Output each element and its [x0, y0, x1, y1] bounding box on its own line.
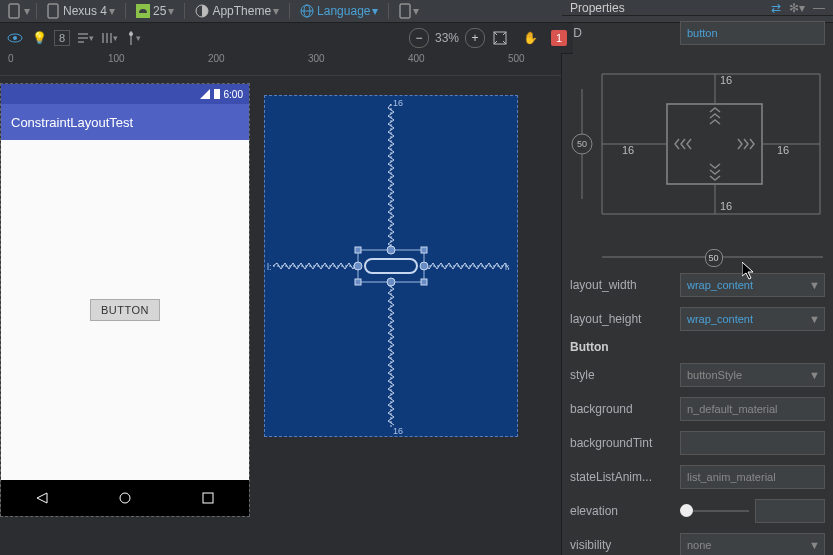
svg-point-20 [120, 493, 130, 503]
distribute-icon[interactable]: ▾ [100, 29, 118, 47]
horizontal-ruler: 0 100 200 300 400 500 [0, 53, 561, 76]
elevation-label: elevation [570, 504, 680, 518]
style-field[interactable]: buttonStyle▼ [680, 363, 825, 387]
device-content[interactable]: BUTTON [1, 140, 249, 480]
layout-height-field[interactable]: wrap_content▼ [680, 307, 825, 331]
id-label: ID [570, 26, 680, 40]
ct: 16 [720, 74, 732, 86]
statelistanim-label: stateListAnim... [570, 470, 680, 484]
id-field[interactable]: button [680, 21, 825, 45]
preview-button-widget[interactable]: BUTTON [90, 299, 160, 321]
backgroundtint-label: backgroundTint [570, 436, 680, 450]
svg-point-30 [354, 262, 362, 270]
minimize-icon[interactable]: — [813, 1, 825, 15]
visibility-label: visibility [570, 538, 680, 552]
style-label: style [570, 368, 680, 382]
toggle-view-icon[interactable]: ⇄ [771, 1, 781, 15]
svg-point-31 [420, 262, 428, 270]
language-selector[interactable]: Language▾ [296, 4, 382, 18]
layout-width-field[interactable]: wrap_content▼ [680, 273, 825, 297]
bp-margin-bottom: 16 [393, 426, 403, 436]
elevation-slider[interactable] [680, 510, 749, 512]
svg-point-9 [13, 36, 17, 40]
background-label: background [570, 402, 680, 416]
properties-panel: Properties ⇄ ✻▾ — ID button [562, 23, 833, 555]
theme-selector[interactable]: AppTheme▾ [191, 4, 283, 18]
device-appbar: ConstraintLayoutTest [1, 104, 249, 140]
eye-icon[interactable] [6, 29, 24, 47]
svg-point-29 [387, 278, 395, 286]
api-selector[interactable]: 25▾ [132, 4, 178, 18]
layout-width-label: layout_width [570, 278, 680, 292]
hbias-slider[interactable]: 50 [602, 256, 823, 258]
device-selector[interactable]: Nexus 4▾ [43, 3, 119, 19]
svg-rect-19 [214, 89, 220, 99]
bp-label-left: l: [267, 262, 272, 272]
device-navbar [1, 480, 249, 516]
background-field[interactable]: n_default_material [680, 397, 825, 421]
svg-rect-0 [9, 4, 19, 18]
variant-icon[interactable]: ▾ [395, 3, 423, 19]
svg-rect-27 [421, 279, 427, 285]
svg-rect-23 [365, 259, 417, 273]
zoom-in-button[interactable]: + [465, 28, 485, 48]
svg-rect-1 [48, 4, 58, 18]
bp-label-right: l: [505, 262, 510, 272]
align-icon[interactable]: ▾ [76, 29, 94, 47]
palette-size[interactable]: 8 [54, 30, 70, 46]
guideline-icon[interactable]: ▾ [124, 29, 142, 47]
constraint-inspector[interactable]: 50 16 16 16 16 50 [562, 54, 833, 264]
design-surface: 💡 8 ▾ ▾ ▾ − 33% + ✋ 1 0 100 200 300 400 … [0, 23, 562, 555]
svg-rect-25 [421, 247, 427, 253]
vbias: 50 [577, 139, 587, 149]
zoom-percent: 33% [435, 31, 459, 45]
button-section: Button [562, 336, 833, 358]
blueprint-view[interactable]: 16 16 l: l: [264, 95, 518, 437]
statelistanim-field[interactable]: list_anim_material [680, 465, 825, 489]
backgroundtint-field[interactable] [680, 431, 825, 455]
svg-rect-26 [355, 279, 361, 285]
svg-rect-21 [203, 493, 213, 503]
svg-rect-24 [355, 247, 361, 253]
device-orientation-icon[interactable] [4, 3, 24, 19]
cl: 16 [622, 144, 634, 156]
layout-height-label: layout_height [570, 312, 680, 326]
lightbulb-icon[interactable]: 💡 [30, 29, 48, 47]
warnings-badge[interactable]: 1 [551, 30, 567, 46]
visibility-field[interactable]: none▼ [680, 533, 825, 555]
device-statusbar: 6:00 [1, 84, 249, 104]
svg-rect-7 [400, 4, 410, 18]
properties-header: Properties ⇄ ✻▾ — [562, 1, 833, 16]
pan-icon[interactable]: ✋ [521, 29, 539, 47]
hbias-thumb[interactable]: 50 [705, 249, 723, 267]
svg-point-28 [387, 246, 395, 254]
cr: 16 [777, 144, 789, 156]
settings-icon[interactable]: ✻▾ [789, 1, 805, 15]
svg-point-17 [129, 32, 133, 36]
zoom-fit-icon[interactable] [491, 29, 509, 47]
cb: 16 [720, 200, 732, 212]
device-preview[interactable]: 6:00 ConstraintLayoutTest BUTTON [0, 83, 250, 517]
elevation-field[interactable] [755, 499, 825, 523]
design-toolbar: 💡 8 ▾ ▾ ▾ − 33% + ✋ 1 [0, 23, 573, 54]
bp-margin-top: 16 [393, 98, 403, 108]
zoom-out-button[interactable]: − [409, 28, 429, 48]
svg-rect-22 [358, 250, 424, 282]
